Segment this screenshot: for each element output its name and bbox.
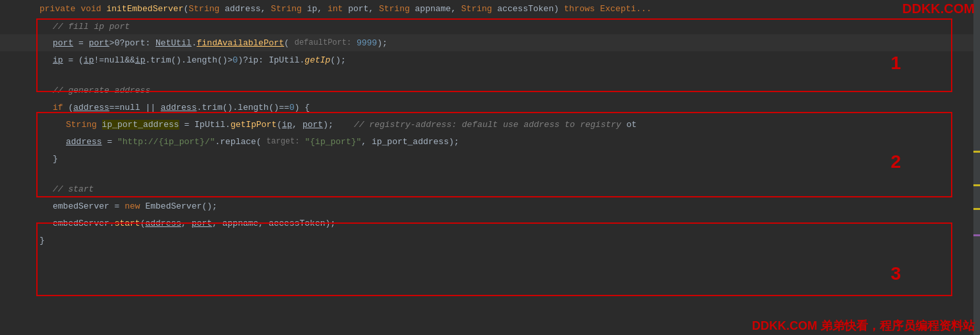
code-line-7: String ip_port_address = IpUtil . getIpP… (0, 116, 980, 133)
code-line-blank2 (0, 167, 980, 180)
code-editor: DDKK.COM DDKK.COM 弟弟快看，程序员编程资料站 1 2 3 pr… (0, 0, 980, 335)
code-line-3: ip = ( ip !=null&& ip .trim().length()> … (0, 51, 980, 68)
code-line-5: // generate address (0, 82, 980, 99)
code-line-6: if ( address ==null || address .trim().l… (0, 99, 980, 116)
code-line-8: address = "http://{ip_port}/" .replace( … (0, 133, 980, 150)
box-number-3: 3 (890, 263, 901, 284)
scroll-marker-purple-1 (973, 234, 980, 236)
code-line-9: } (0, 150, 980, 167)
box-number-1: 1 (890, 53, 901, 74)
scroll-marker-yellow-1 (973, 151, 980, 153)
code-line-13: embedServer. start ( address , port , ap… (0, 215, 980, 232)
code-line-12: embedServer = new EmbedServer (); (0, 197, 980, 215)
box-number-2: 2 (890, 151, 901, 172)
scroll-marker-yellow-3 (973, 208, 980, 210)
watermark-bottom: DDKK.COM 弟弟快看，程序员编程资料站 (752, 318, 975, 334)
code-line-11: // start (0, 180, 980, 197)
code-line-header: private void initEmbedServer(String addr… (0, 0, 980, 17)
code-line-14: } (0, 232, 980, 249)
code-line-2: 💡 port = port >0?port: NetUtil . findAva… (0, 34, 980, 51)
watermark-top: DDKK.COM (902, 1, 975, 16)
code-line-blank1 (0, 68, 980, 82)
scrollbar-track[interactable] (973, 0, 980, 335)
code-line-1: // fill ip port (0, 17, 980, 34)
scroll-marker-yellow-2 (973, 184, 980, 186)
